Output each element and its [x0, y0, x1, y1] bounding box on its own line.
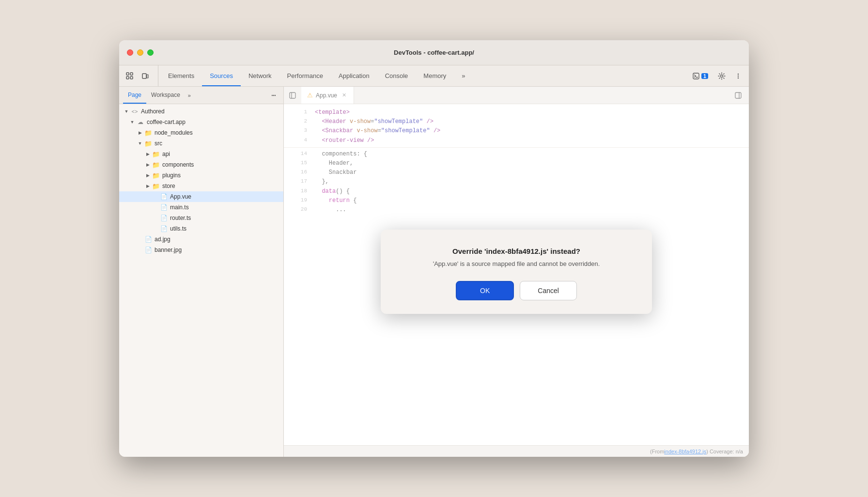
tree-item-ad-jpg[interactable]: ▶ 📄 ad.jpg [119, 234, 283, 245]
file-tree: ▼ <> Authored ▼ ☁ coffee-cart.app ▶ 📁 no… [119, 104, 283, 457]
tree-arrow-node-modules: ▶ [137, 129, 143, 136]
more-menu-icon[interactable] [731, 69, 745, 83]
modal-title: Override 'index-8bfa4912.js' instead? [404, 247, 629, 255]
tree-arrow-api: ▶ [144, 151, 151, 157]
tree-item-src[interactable]: ▼ 📁 src [119, 138, 283, 149]
inspect-icon[interactable] [123, 69, 137, 83]
settings-icon[interactable] [715, 69, 728, 83]
tree-item-coffee-cart[interactable]: ▼ ☁ coffee-cart.app [119, 117, 283, 127]
tree-label-ad-jpg: ad.jpg [155, 236, 170, 243]
tab-more[interactable]: » [454, 65, 473, 86]
toolbar-icons [123, 65, 158, 86]
tree-arrow-plugins: ▶ [144, 172, 151, 179]
svg-rect-5 [147, 75, 148, 78]
tree-label-app-vue: App.vue [170, 193, 191, 200]
svg-rect-1 [126, 77, 129, 79]
folder-icon-api: 📁 [152, 150, 160, 158]
tab-console[interactable]: Console [377, 65, 416, 86]
tree-label-banner-jpg: banner.jpg [155, 247, 182, 253]
svg-rect-3 [130, 77, 133, 79]
modal-buttons: OK Cancel [404, 281, 629, 300]
right-panel: ⚠ App.vue ✕ 1 <template> [284, 87, 749, 457]
tree-arrow-components: ▶ [144, 161, 151, 168]
code-brackets-icon: <> [131, 108, 139, 115]
modal-subtitle: 'App.vue' is a source mapped file and ca… [404, 260, 629, 267]
file-icon-utils-ts: 📄 [160, 225, 168, 233]
authored-label: Authored [141, 108, 165, 115]
tree-item-main-ts[interactable]: ▶ 📄 main.ts [119, 202, 283, 213]
tree-arrow-src: ▼ [137, 140, 143, 147]
svg-rect-4 [142, 74, 146, 78]
authored-header[interactable]: ▼ <> Authored [119, 106, 283, 117]
panel-tab-workspace[interactable]: Workspace [146, 87, 185, 104]
panel-tab-page[interactable]: Page [123, 87, 146, 104]
console-badge[interactable]: 1 [689, 72, 712, 80]
titlebar: DevTools - coffee-cart.app/ [119, 40, 749, 65]
tab-navigation: Elements Sources Network Performance App… [160, 65, 685, 86]
main-content: Page Workspace » ▼ <> Authored [119, 87, 749, 457]
tab-application[interactable]: Application [331, 65, 377, 86]
svg-point-12 [272, 94, 273, 95]
tree-label-node-modules: node_modules [155, 129, 193, 136]
tree-item-app-vue[interactable]: ▶ 📄 App.vue [119, 191, 283, 202]
svg-point-11 [738, 77, 739, 78]
main-toolbar: Elements Sources Network Performance App… [119, 65, 749, 87]
device-toggle-icon[interactable] [139, 69, 152, 83]
file-icon-ad-jpg: 📄 [144, 235, 152, 243]
maximize-button[interactable] [147, 49, 154, 56]
panel-menu-icon[interactable] [268, 90, 279, 101]
modal-ok-button[interactable]: OK [456, 281, 514, 300]
cloud-icon: ☁ [137, 118, 144, 126]
tree-item-utils-ts[interactable]: ▶ 📄 utils.ts [119, 223, 283, 234]
tab-elements[interactable]: Elements [160, 65, 202, 86]
tab-network[interactable]: Network [241, 65, 279, 86]
folder-icon-components: 📁 [152, 161, 160, 169]
modal-cancel-button[interactable]: Cancel [520, 281, 577, 300]
modal-dialog: Override 'index-8bfa4912.js' instead? 'A… [381, 230, 652, 314]
tree-arrow-coffee-cart: ▼ [129, 119, 136, 125]
tree-arrow-store: ▶ [144, 183, 151, 189]
file-icon-app-vue: 📄 [160, 193, 168, 201]
folder-icon-src: 📁 [144, 140, 152, 147]
tree-label-plugins: plugins [162, 172, 181, 179]
toolbar-right: 1 [685, 65, 745, 86]
tab-sources[interactable]: Sources [202, 65, 241, 86]
tree-item-plugins[interactable]: ▶ 📁 plugins [119, 170, 283, 181]
tab-performance[interactable]: Performance [279, 65, 331, 86]
modal-overlay: Override 'index-8bfa4912.js' instead? 'A… [284, 87, 749, 457]
tab-memory[interactable]: Memory [416, 65, 454, 86]
svg-rect-0 [126, 73, 129, 75]
file-icon-main-ts: 📄 [160, 203, 168, 211]
svg-point-9 [738, 73, 739, 74]
svg-rect-2 [130, 73, 133, 75]
tree-label-main-ts: main.ts [170, 204, 189, 211]
tree-item-router-ts[interactable]: ▶ 📄 router.ts [119, 213, 283, 223]
svg-point-8 [721, 75, 723, 77]
svg-point-14 [275, 94, 276, 95]
panel-tab-more[interactable]: » [185, 93, 194, 98]
folder-icon-store: 📁 [152, 182, 160, 190]
file-icon-router-ts: 📄 [160, 214, 168, 222]
window-title: DevTools - coffee-cart.app/ [394, 49, 474, 56]
file-icon-banner-jpg: 📄 [144, 246, 152, 254]
tree-item-components[interactable]: ▶ 📁 components [119, 159, 283, 170]
authored-arrow: ▼ [123, 108, 130, 115]
tree-item-api[interactable]: ▶ 📁 api [119, 149, 283, 159]
folder-icon-plugins: 📁 [152, 171, 160, 179]
console-count: 1 [701, 73, 708, 79]
tree-item-node-modules[interactable]: ▶ 📁 node_modules [119, 127, 283, 138]
traffic-lights [127, 49, 154, 56]
tree-label-store: store [162, 183, 175, 189]
tree-item-banner-jpg[interactable]: ▶ 📄 banner.jpg [119, 245, 283, 255]
close-button[interactable] [127, 49, 133, 56]
tree-label-src: src [155, 140, 162, 147]
folder-icon-node-modules: 📁 [144, 129, 152, 137]
tree-label-api: api [162, 151, 170, 157]
svg-point-13 [273, 94, 274, 95]
svg-point-10 [738, 75, 739, 76]
tree-item-store[interactable]: ▶ 📁 store [119, 181, 283, 191]
tree-label-router-ts: router.ts [170, 215, 191, 221]
devtools-window: DevTools - coffee-cart.app/ Elements [119, 40, 749, 457]
minimize-button[interactable] [137, 49, 143, 56]
panel-tabs: Page Workspace » [119, 87, 283, 104]
